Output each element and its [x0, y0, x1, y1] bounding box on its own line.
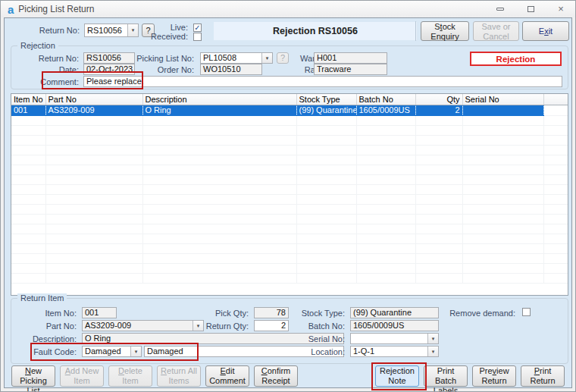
grid-empty-row — [11, 273, 568, 283]
grid-column-header[interactable]: Qty — [415, 94, 462, 105]
grid-empty-row — [11, 125, 568, 135]
picking-list-combo[interactable]: PL10508 ▾ — [200, 52, 273, 64]
chevron-down-icon[interactable]: ▾ — [427, 347, 438, 356]
comment-field[interactable]: Please replace. — [83, 76, 562, 87]
description-field[interactable]: O Ring — [82, 333, 344, 344]
chevron-down-icon[interactable]: ▾ — [127, 24, 138, 36]
description-label: Description: — [33, 334, 77, 344]
return-qty-field[interactable]: 2 — [254, 320, 289, 331]
grid-empty-row — [11, 263, 568, 273]
window-title: Picking List Return — [18, 4, 94, 14]
return-no-combo[interactable]: RS10056 ▾ — [84, 24, 139, 37]
preview-return-button[interactable]: Preview Return — [472, 365, 516, 387]
chevron-down-icon[interactable]: ▾ — [130, 347, 141, 356]
chevron-down-icon[interactable]: ▾ — [261, 53, 272, 63]
picking-list-help-button[interactable]: ? — [277, 52, 289, 64]
grid-empty-row — [11, 174, 568, 184]
date-label: Date: — [59, 64, 79, 75]
grid-empty-row — [11, 214, 568, 224]
chevron-down-icon[interactable]: ▾ — [193, 321, 203, 331]
new-picking-list-return-button[interactable]: New Picking List Return — [11, 365, 55, 387]
order-no-field[interactable]: WO10510 — [200, 64, 262, 75]
grid-column-header[interactable]: Item No — [11, 94, 45, 105]
client-area: Return No: RS10056 ▾ ? Live: ✓ Received:… — [4, 17, 572, 388]
comment-label: Comment: — [40, 77, 79, 87]
close-button[interactable]: × — [554, 3, 568, 15]
batch-no-field[interactable]: 1605/0009US — [350, 320, 439, 331]
edit-comment-button[interactable]: Edit Comment — [205, 365, 249, 387]
print-return-button[interactable]: Print Return — [521, 365, 565, 387]
delete-item-button[interactable]: Delete Item — [108, 365, 152, 387]
order-no-label: Order No: — [158, 64, 194, 75]
pick-qty-label: Pick Qty: — [215, 308, 249, 318]
confirm-receipt-button[interactable]: Confirm Receipt — [254, 365, 298, 387]
grid-empty-row — [11, 224, 568, 234]
received-label: Received: — [151, 31, 188, 42]
item-no-label: Item No: — [45, 308, 77, 318]
return-item-group-label: Return Item — [17, 293, 67, 303]
grid-empty-row — [11, 204, 568, 214]
items-table: Item NoPart NoDescriptionStock TypeBatch… — [11, 93, 568, 296]
live-checkbox[interactable]: ✓ — [193, 24, 202, 32]
footer-right-buttons: Rejection NotePrint Batch LabelsPreview … — [375, 365, 565, 387]
toolbar-separator — [415, 21, 416, 41]
part-no-combo-value: AS3209-009 — [85, 321, 131, 330]
grid-empty-row — [11, 194, 568, 204]
pick-qty-field[interactable]: 78 — [254, 307, 289, 318]
grid-column-header[interactable] — [543, 94, 568, 105]
fault-code-combo-value: Damaged — [85, 347, 121, 356]
grid-empty-row — [11, 253, 568, 263]
footer-left-buttons: New Picking List ReturnAdd New ItemDelet… — [11, 365, 298, 387]
chevron-down-icon[interactable]: ▾ — [427, 334, 438, 343]
remove-demand-checkbox[interactable] — [522, 308, 531, 316]
received-checkbox[interactable] — [193, 33, 202, 41]
return-no-field[interactable]: RS10056 — [83, 52, 135, 64]
return-all-items-button[interactable]: Return All Items — [157, 365, 201, 387]
grid-empty-row — [11, 234, 568, 243]
return-no-toolbar-label: Return No: — [39, 25, 80, 36]
return-no-combo-value: RS10056 — [87, 26, 122, 35]
grid-header-row: Item NoPart NoDescriptionStock TypeBatch… — [11, 94, 568, 105]
grid-row-selected[interactable]: 001AS3209-009O Ring(99) Quarantine1605/0… — [11, 105, 568, 115]
close-icon: × — [558, 5, 564, 14]
return-qty-label: Return Qty: — [206, 321, 249, 331]
print-batch-labels-button[interactable]: Print Batch Labels — [424, 365, 468, 387]
warehouse-field[interactable]: H001 — [314, 52, 387, 64]
rejection-note-button[interactable]: Rejection Note — [375, 365, 419, 387]
batch-no-label: Batch No: — [308, 321, 345, 331]
page-title: Rejection RS10056 — [214, 22, 417, 40]
date-field[interactable]: 02-Oct-2023 — [83, 64, 135, 75]
grid-empty-row — [11, 115, 568, 125]
grid-empty-row — [11, 135, 568, 145]
grid-column-header[interactable]: Part No — [45, 94, 142, 105]
raised-by-field[interactable]: Tracware — [314, 64, 387, 75]
location-combo[interactable]: 1-Q-1 ▾ — [350, 346, 439, 357]
stock-type-field[interactable]: (99) Quarantine — [350, 307, 439, 318]
grid-column-header[interactable]: Batch No — [356, 94, 415, 105]
grid-column-header[interactable]: Serial No — [462, 94, 543, 105]
grid-column-header[interactable]: Description — [142, 94, 296, 105]
grid-empty-row — [11, 165, 568, 174]
serial-no-combo[interactable]: ▾ — [350, 333, 439, 344]
rejection-status-badge: Rejection — [470, 52, 562, 66]
restore-button[interactable] — [524, 3, 537, 15]
grid-empty-row — [11, 145, 568, 155]
grid-column-header[interactable]: Stock Type — [296, 94, 356, 105]
grid-empty-row — [11, 155, 568, 165]
save-or-cancel-button[interactable]: Save or Cancel — [473, 21, 519, 41]
serial-no-label: Serial No: — [308, 334, 345, 344]
exit-button[interactable]: Exit — [522, 21, 569, 41]
part-no-combo[interactable]: AS3209-009 ▾ — [82, 320, 204, 331]
stock-enquiry-button[interactable]: Stock Enquiry — [421, 21, 469, 41]
picking-list-combo-value: PL10508 — [203, 53, 236, 62]
fault-code-combo[interactable]: Damaged ▾ — [82, 346, 142, 357]
grid-empty-row — [11, 184, 568, 194]
grid-empty-row — [11, 243, 568, 253]
minimize-button[interactable] — [493, 3, 507, 15]
return-no-label: Return No: — [39, 53, 79, 64]
item-no-field[interactable]: 001 — [82, 307, 117, 318]
window-controls: × — [493, 1, 568, 17]
add-new-item-button[interactable]: Add New Item — [60, 365, 104, 387]
titlebar[interactable]: a Picking List Return × — [1, 1, 575, 17]
rejection-group-label: Rejection — [17, 41, 58, 51]
